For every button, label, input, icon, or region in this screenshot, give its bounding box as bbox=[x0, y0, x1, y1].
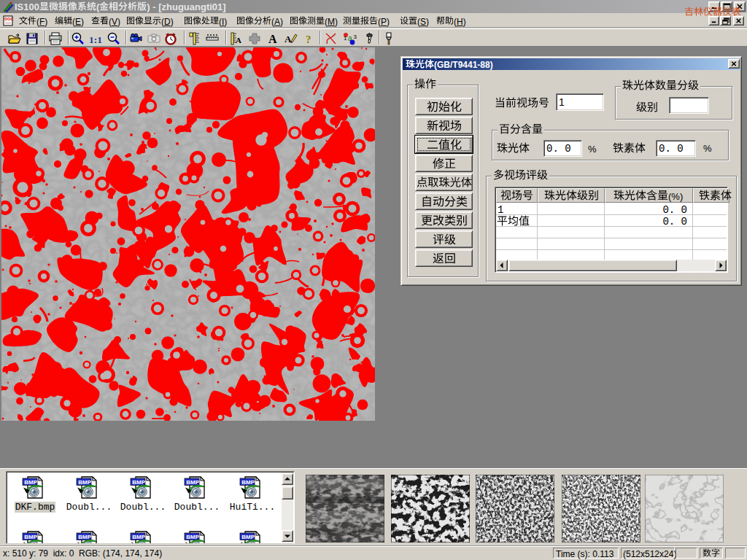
svg-text:BMP: BMP bbox=[186, 479, 199, 486]
svg-text:BMP: BMP bbox=[132, 479, 145, 486]
svg-text:DOC: DOC bbox=[4, 17, 13, 21]
svg-text:BMP: BMP bbox=[132, 534, 145, 540]
svg-text:BMP: BMP bbox=[24, 479, 37, 486]
svg-text:BMP: BMP bbox=[78, 479, 91, 486]
svg-text:BMP: BMP bbox=[24, 534, 37, 540]
svg-text:1: 1 bbox=[344, 35, 347, 42]
svg-text:A: A bbox=[268, 33, 277, 45]
svg-text:1:1: 1:1 bbox=[89, 34, 102, 45]
svg-text:BMP: BMP bbox=[78, 534, 91, 540]
svg-text:BMP: BMP bbox=[241, 534, 255, 540]
svg-text:BMP: BMP bbox=[186, 534, 199, 540]
svg-text:BMP: BMP bbox=[241, 479, 255, 486]
svg-text:A: A bbox=[236, 36, 241, 44]
svg-text:3: 3 bbox=[354, 34, 357, 40]
svg-text:?: ? bbox=[306, 34, 311, 45]
svg-text:A: A bbox=[285, 34, 292, 44]
